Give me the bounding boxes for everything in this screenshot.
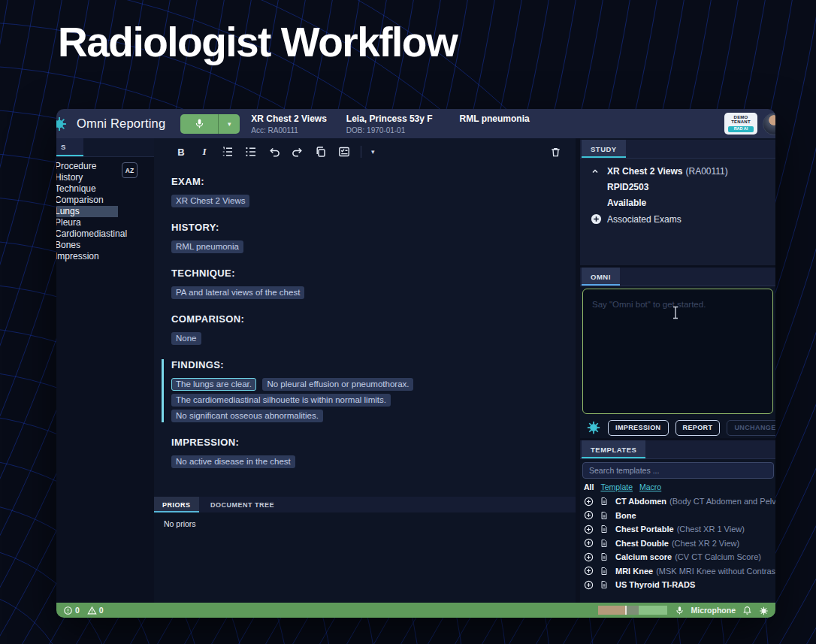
history-chip[interactable]: RML pneumonia xyxy=(171,240,243,253)
comparison-chip[interactable]: None xyxy=(171,332,201,345)
omni-input[interactable]: Say "Omni bot" to get started. xyxy=(582,289,773,414)
add-template-icon[interactable] xyxy=(584,538,594,548)
omni-bot-icon xyxy=(586,420,601,435)
app-titlebar: Omni Reporting ▾ XR Chest 2 Views Acc: R… xyxy=(56,109,775,138)
template-item[interactable]: Chest Portable (Chest XR 1 View) xyxy=(584,522,775,537)
bullet-list-button[interactable] xyxy=(244,145,258,159)
report-editor: B I xyxy=(154,138,576,603)
add-circle-icon[interactable] xyxy=(591,213,602,225)
sidebar-item-procedure[interactable]: Procedure xyxy=(56,161,154,172)
error-count: 0 xyxy=(63,606,80,615)
omni-actions: IMPRESSION REPORT UNCHANGED xyxy=(580,417,775,438)
filter-template[interactable]: Template xyxy=(600,482,633,491)
notifications-bell-icon[interactable] xyxy=(742,606,752,615)
add-template-icon[interactable] xyxy=(584,525,594,534)
omni-tabstrip: OMNI xyxy=(580,268,775,286)
filter-macro[interactable]: Macro xyxy=(639,482,661,491)
sidebar-item-comparison[interactable]: Comparison xyxy=(56,195,154,206)
add-template-icon[interactable] xyxy=(584,552,594,562)
chevron-up-icon[interactable] xyxy=(591,167,607,176)
sidebar-tabstrip: S xyxy=(56,138,154,157)
add-template-icon[interactable] xyxy=(584,580,594,590)
redo-button[interactable] xyxy=(291,145,304,159)
section-heading-history: HISTORY: xyxy=(171,222,561,234)
user-avatar[interactable] xyxy=(763,113,775,135)
form-fields-button[interactable] xyxy=(337,145,351,159)
template-item[interactable]: CT Abdomen (Body CT Abdomen and Pelvis w… xyxy=(584,494,775,509)
sidebar-item-pleura[interactable]: Pleura xyxy=(56,217,154,228)
add-template-icon[interactable] xyxy=(584,497,594,506)
delete-report-button[interactable] xyxy=(549,145,562,159)
tab-priors[interactable]: PRIORS xyxy=(154,497,199,512)
tab-omni[interactable]: OMNI xyxy=(582,268,620,286)
template-search-input[interactable] xyxy=(582,462,774,479)
study-exam-row[interactable]: XR Chest 2 Views (RA00111) xyxy=(591,166,768,177)
template-item[interactable]: Calcium score (CV CT Calcium Score) xyxy=(584,550,775,564)
add-template-icon[interactable] xyxy=(584,566,594,576)
sections-tab[interactable]: S xyxy=(56,138,83,156)
section-impression: IMPRESSION: No active disease in the che… xyxy=(171,437,561,468)
text-cursor-icon xyxy=(672,306,679,322)
statusbar-microphone-icon[interactable] xyxy=(675,606,685,615)
statusbar-bot-icon[interactable] xyxy=(759,606,769,615)
add-template-icon[interactable] xyxy=(584,510,594,520)
italic-button[interactable]: I xyxy=(198,145,211,159)
window-body: S AZ Procedure History Technique Compari… xyxy=(56,138,775,603)
study-exam-accession: (RA00111) xyxy=(686,166,728,177)
technique-chip[interactable]: PA and lateral views of the chest xyxy=(171,286,304,299)
sort-az-button[interactable]: AZ xyxy=(122,162,138,178)
sidebar-item-cardiomediastinal[interactable]: Cardiomediastinal xyxy=(56,228,154,240)
section-heading-technique: TECHNIQUE: xyxy=(171,268,561,280)
report-document[interactable]: EXAM: XR Chest 2 Views HISTORY: RML pneu… xyxy=(154,165,576,497)
template-item[interactable]: MRI Knee (MSK MRI Knee without Contrast) xyxy=(584,564,775,579)
sidebar-item-lungs[interactable]: Lungs xyxy=(56,206,118,217)
ordered-list-button[interactable] xyxy=(221,145,234,159)
copy-button[interactable] xyxy=(314,145,328,159)
template-item[interactable]: US Thyroid TI-RADS xyxy=(584,578,775,592)
filter-all[interactable]: All xyxy=(584,482,594,491)
audio-level-meter xyxy=(598,606,667,615)
omni-logo-icon xyxy=(56,116,68,132)
status-bar: 0 0 Microphone xyxy=(56,603,775,618)
sidebar-item-technique[interactable]: Technique xyxy=(56,183,154,195)
findings-sentence[interactable]: No pleural effusion or pneumothorax. xyxy=(262,378,413,391)
undo-button[interactable] xyxy=(267,145,281,159)
record-options-dropdown[interactable]: ▾ xyxy=(219,114,240,134)
right-panel: STUDY XR Chest 2 Views (RA00111) RPID250… xyxy=(580,138,775,603)
impression-chip[interactable]: No active disease in the chest xyxy=(171,455,295,468)
omni-placeholder: Say "Omni bot" to get started. xyxy=(592,300,706,309)
editor-bottom-tabstrip: PRIORS DOCUMENT TREE xyxy=(154,497,576,512)
exam-chip[interactable]: XR Chest 2 Views xyxy=(171,195,249,207)
record-button[interactable]: ▾ xyxy=(180,114,240,134)
sidebar-item-impression[interactable]: Impression xyxy=(56,251,154,262)
sidebar-item-history[interactable]: History xyxy=(56,172,154,183)
associated-exams-row[interactable]: Associated Exams xyxy=(591,213,768,225)
findings-sentence[interactable]: No significant osseous abnormalities. xyxy=(171,410,323,422)
section-list: AZ Procedure History Technique Compariso… xyxy=(56,157,154,262)
template-doc-icon xyxy=(600,567,609,576)
patient-name: Leia, Princess 53y F xyxy=(346,113,433,124)
template-item[interactable]: Chest Double (Chest XR 2 View) xyxy=(584,537,775,551)
bold-button[interactable]: B xyxy=(174,145,188,159)
unchanged-button[interactable]: UNCHANGED xyxy=(727,420,775,436)
statusbar-right: Microphone xyxy=(675,606,769,615)
section-heading-findings: FINDINGS: xyxy=(171,359,561,371)
toolbar-more-dropdown[interactable]: ▾ xyxy=(371,148,375,156)
tab-templates[interactable]: TEMPLATES xyxy=(582,440,645,458)
priors-panel: No priors xyxy=(154,512,576,603)
warning-count: 0 xyxy=(87,606,104,615)
impression-button[interactable]: IMPRESSION xyxy=(608,420,669,436)
findings-sentence[interactable]: The cardiomediastinal silhouette is with… xyxy=(171,394,391,407)
tab-document-tree[interactable]: DOCUMENT TREE xyxy=(202,497,283,512)
template-item[interactable]: Bone xyxy=(584,509,775,523)
patient-dob: DOB: 1970-01-01 xyxy=(346,125,433,136)
report-button[interactable]: REPORT xyxy=(675,420,721,436)
template-doc-icon xyxy=(600,511,609,520)
sidebar-item-bones[interactable]: Bones xyxy=(56,240,154,251)
tenant-badge[interactable]: DEMO TENANT RAD AI xyxy=(724,113,757,135)
microphone-icon[interactable] xyxy=(180,114,218,134)
section-technique: TECHNIQUE: PA and lateral views of the c… xyxy=(171,268,561,299)
tab-study[interactable]: STUDY xyxy=(582,140,626,158)
findings-sentence-selected[interactable]: The lungs are clear. xyxy=(171,378,256,391)
section-heading-impression: IMPRESSION: xyxy=(171,437,561,449)
